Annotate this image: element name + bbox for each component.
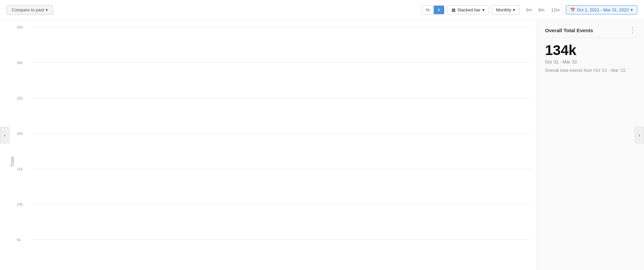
metric-description: Overall total events from Oct '21 - Mar … [545,68,636,73]
toolbar-left: Compare to past ▾ [7,5,53,15]
period-6m-button[interactable]: 6m [535,6,548,14]
bar-group[interactable]: Feb '22 [360,268,440,270]
period-12m-button[interactable]: 12m [548,6,563,14]
toolbar: Compare to past ▾ % # ▦ Stacked bar ▾ Mo… [0,0,644,20]
toolbar-right: % # ▦ Stacked bar ▾ Monthly ▾ 3m 6m 12m … [422,5,638,14]
grid-label: 10k [17,202,23,206]
nav-prev-arrow[interactable]: ‹ [0,127,9,144]
chart-type-button[interactable]: ▦ Stacked bar ▾ [447,5,489,14]
chart-canvas: 35k30k25k20k15k10k5k0 Oct '21Nov '21Dec … [17,27,530,270]
panel-title: Overall Total Events [545,28,593,33]
bar-group[interactable]: Nov '21 [121,268,201,270]
chart-area: Totals 35k30k25k20k15k10k5k0 Oct '21Nov … [0,20,537,270]
bar-group[interactable]: Jan '22 [280,268,360,270]
grid-label: 5k [17,238,21,242]
stacked-bar-icon: ▦ [451,7,455,12]
period-3m-button[interactable]: 3m [522,6,535,14]
chart-inner: 35k30k25k20k15k10k5k0 Oct '21Nov '21Dec … [17,27,530,270]
chart-wrapper: Totals 35k30k25k20k15k10k5k0 Oct '21Nov … [10,27,530,270]
grid-label: 30k [17,61,23,65]
period-monthly-button[interactable]: Monthly ▾ [492,5,520,14]
main-content: Totals 35k30k25k20k15k10k5k0 Oct '21Nov … [0,20,644,270]
y-axis-label: Totals [10,27,15,270]
chart-type-chevron-icon: ▾ [482,7,485,12]
compare-past-button[interactable]: Compare to past ▾ [7,5,53,15]
compare-chevron-icon: ▾ [46,7,48,12]
bar-group[interactable]: Oct '21 [41,268,121,270]
nav-next-arrow[interactable]: › [635,127,644,144]
grid-label: 35k [17,25,23,29]
display-mode-toggle: % # [422,5,445,14]
panel-header: Overall Total Events ⋮ [545,27,636,38]
panel-menu-icon[interactable]: ⋮ [629,27,636,34]
grid-label: 25k [17,96,23,100]
date-range-chevron-icon: ▾ [631,7,633,12]
bars-container: Oct '21Nov '21Dec '21Jan '22Feb '22Mar '… [31,27,530,270]
period-quick-select: 3m 6m 12m [522,6,563,14]
calendar-icon: 📅 [570,8,575,12]
bar-group[interactable]: Dec '21 [201,268,280,270]
hash-toggle-button[interactable]: # [434,6,444,14]
grid-label: 20k [17,131,23,136]
right-chevron-icon: › [639,132,640,138]
grid-label: 15k [17,167,23,171]
metric-value: 134k [545,43,636,57]
metric-period: Oct '21 - Mar '22 [545,59,636,64]
monthly-chevron-icon: ▾ [513,7,515,12]
left-chevron-icon: ‹ [4,132,6,138]
percent-toggle-button[interactable]: % [422,6,434,14]
sidebar-panel: Overall Total Events ⋮ 134k Oct '21 - Ma… [537,20,644,270]
date-range-button[interactable]: 📅 Oct 1, 2021 - Mar 31, 2022 ▾ [566,5,637,14]
bar-group[interactable]: Mar '22 [440,268,520,270]
